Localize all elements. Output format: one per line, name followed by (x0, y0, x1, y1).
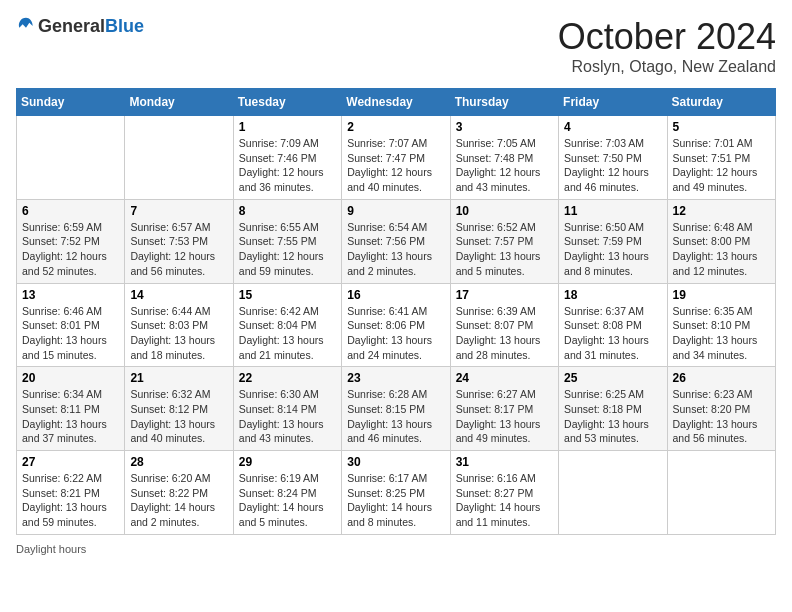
week-row-2: 6Sunrise: 6:59 AMSunset: 7:52 PMDaylight… (17, 199, 776, 283)
day-number: 21 (130, 371, 227, 385)
day-info: Sunrise: 6:35 AMSunset: 8:10 PMDaylight:… (673, 305, 758, 361)
day-number: 25 (564, 371, 661, 385)
day-number: 28 (130, 455, 227, 469)
calendar-table: SundayMondayTuesdayWednesdayThursdayFrid… (16, 88, 776, 535)
calendar-cell: 3Sunrise: 7:05 AMSunset: 7:48 PMDaylight… (450, 116, 558, 200)
day-info: Sunrise: 6:39 AMSunset: 8:07 PMDaylight:… (456, 305, 541, 361)
day-info: Sunrise: 6:54 AMSunset: 7:56 PMDaylight:… (347, 221, 432, 277)
day-info: Sunrise: 6:22 AMSunset: 8:21 PMDaylight:… (22, 472, 107, 528)
day-number: 7 (130, 204, 227, 218)
weekday-header-sunday: Sunday (17, 89, 125, 116)
day-number: 14 (130, 288, 227, 302)
calendar-cell: 9Sunrise: 6:54 AMSunset: 7:56 PMDaylight… (342, 199, 450, 283)
logo-text-general: General (38, 16, 105, 36)
day-info: Sunrise: 7:07 AMSunset: 7:47 PMDaylight:… (347, 137, 432, 193)
calendar-cell: 29Sunrise: 6:19 AMSunset: 8:24 PMDayligh… (233, 451, 341, 535)
day-number: 9 (347, 204, 444, 218)
calendar-cell: 14Sunrise: 6:44 AMSunset: 8:03 PMDayligh… (125, 283, 233, 367)
calendar-cell: 23Sunrise: 6:28 AMSunset: 8:15 PMDayligh… (342, 367, 450, 451)
calendar-cell: 31Sunrise: 6:16 AMSunset: 8:27 PMDayligh… (450, 451, 558, 535)
day-number: 16 (347, 288, 444, 302)
day-number: 2 (347, 120, 444, 134)
day-info: Sunrise: 6:32 AMSunset: 8:12 PMDaylight:… (130, 388, 215, 444)
calendar-cell: 10Sunrise: 6:52 AMSunset: 7:57 PMDayligh… (450, 199, 558, 283)
day-number: 4 (564, 120, 661, 134)
day-info: Sunrise: 6:28 AMSunset: 8:15 PMDaylight:… (347, 388, 432, 444)
calendar-cell: 22Sunrise: 6:30 AMSunset: 8:14 PMDayligh… (233, 367, 341, 451)
logo-text-blue: Blue (105, 16, 144, 36)
calendar-cell: 12Sunrise: 6:48 AMSunset: 8:00 PMDayligh… (667, 199, 775, 283)
calendar-cell: 19Sunrise: 6:35 AMSunset: 8:10 PMDayligh… (667, 283, 775, 367)
day-info: Sunrise: 6:48 AMSunset: 8:00 PMDaylight:… (673, 221, 758, 277)
calendar-cell: 27Sunrise: 6:22 AMSunset: 8:21 PMDayligh… (17, 451, 125, 535)
location-title: Roslyn, Otago, New Zealand (558, 58, 776, 76)
day-number: 13 (22, 288, 119, 302)
logo-icon (16, 16, 36, 36)
day-info: Sunrise: 7:01 AMSunset: 7:51 PMDaylight:… (673, 137, 758, 193)
day-number: 10 (456, 204, 553, 218)
day-number: 24 (456, 371, 553, 385)
day-number: 5 (673, 120, 770, 134)
day-info: Sunrise: 6:44 AMSunset: 8:03 PMDaylight:… (130, 305, 215, 361)
day-number: 22 (239, 371, 336, 385)
calendar-cell: 5Sunrise: 7:01 AMSunset: 7:51 PMDaylight… (667, 116, 775, 200)
day-info: Sunrise: 6:20 AMSunset: 8:22 PMDaylight:… (130, 472, 215, 528)
day-number: 11 (564, 204, 661, 218)
day-number: 26 (673, 371, 770, 385)
calendar-cell (17, 116, 125, 200)
weekday-header-friday: Friday (559, 89, 667, 116)
day-info: Sunrise: 6:34 AMSunset: 8:11 PMDaylight:… (22, 388, 107, 444)
weekday-header-monday: Monday (125, 89, 233, 116)
footer-note: Daylight hours (16, 543, 776, 555)
week-row-4: 20Sunrise: 6:34 AMSunset: 8:11 PMDayligh… (17, 367, 776, 451)
calendar-cell: 7Sunrise: 6:57 AMSunset: 7:53 PMDaylight… (125, 199, 233, 283)
calendar-cell: 26Sunrise: 6:23 AMSunset: 8:20 PMDayligh… (667, 367, 775, 451)
day-number: 8 (239, 204, 336, 218)
day-number: 27 (22, 455, 119, 469)
day-info: Sunrise: 6:30 AMSunset: 8:14 PMDaylight:… (239, 388, 324, 444)
day-info: Sunrise: 6:16 AMSunset: 8:27 PMDaylight:… (456, 472, 541, 528)
day-number: 29 (239, 455, 336, 469)
day-number: 30 (347, 455, 444, 469)
calendar-cell: 2Sunrise: 7:07 AMSunset: 7:47 PMDaylight… (342, 116, 450, 200)
day-number: 19 (673, 288, 770, 302)
page-header: GeneralBlue October 2024 Roslyn, Otago, … (16, 16, 776, 76)
calendar-cell: 21Sunrise: 6:32 AMSunset: 8:12 PMDayligh… (125, 367, 233, 451)
day-info: Sunrise: 6:41 AMSunset: 8:06 PMDaylight:… (347, 305, 432, 361)
day-number: 15 (239, 288, 336, 302)
calendar-cell: 16Sunrise: 6:41 AMSunset: 8:06 PMDayligh… (342, 283, 450, 367)
weekday-header-saturday: Saturday (667, 89, 775, 116)
weekday-header-row: SundayMondayTuesdayWednesdayThursdayFrid… (17, 89, 776, 116)
week-row-5: 27Sunrise: 6:22 AMSunset: 8:21 PMDayligh… (17, 451, 776, 535)
calendar-cell: 17Sunrise: 6:39 AMSunset: 8:07 PMDayligh… (450, 283, 558, 367)
day-info: Sunrise: 7:03 AMSunset: 7:50 PMDaylight:… (564, 137, 649, 193)
day-info: Sunrise: 6:50 AMSunset: 7:59 PMDaylight:… (564, 221, 649, 277)
calendar-cell: 24Sunrise: 6:27 AMSunset: 8:17 PMDayligh… (450, 367, 558, 451)
calendar-cell: 30Sunrise: 6:17 AMSunset: 8:25 PMDayligh… (342, 451, 450, 535)
daylight-label: Daylight hours (16, 543, 86, 555)
day-number: 18 (564, 288, 661, 302)
day-info: Sunrise: 6:17 AMSunset: 8:25 PMDaylight:… (347, 472, 432, 528)
calendar-cell: 13Sunrise: 6:46 AMSunset: 8:01 PMDayligh… (17, 283, 125, 367)
day-number: 23 (347, 371, 444, 385)
day-number: 1 (239, 120, 336, 134)
title-block: October 2024 Roslyn, Otago, New Zealand (558, 16, 776, 76)
day-info: Sunrise: 6:42 AMSunset: 8:04 PMDaylight:… (239, 305, 324, 361)
day-number: 20 (22, 371, 119, 385)
calendar-cell: 4Sunrise: 7:03 AMSunset: 7:50 PMDaylight… (559, 116, 667, 200)
calendar-cell: 28Sunrise: 6:20 AMSunset: 8:22 PMDayligh… (125, 451, 233, 535)
calendar-cell (667, 451, 775, 535)
day-number: 6 (22, 204, 119, 218)
calendar-cell (125, 116, 233, 200)
day-info: Sunrise: 6:59 AMSunset: 7:52 PMDaylight:… (22, 221, 107, 277)
calendar-cell: 11Sunrise: 6:50 AMSunset: 7:59 PMDayligh… (559, 199, 667, 283)
weekday-header-thursday: Thursday (450, 89, 558, 116)
day-info: Sunrise: 6:37 AMSunset: 8:08 PMDaylight:… (564, 305, 649, 361)
week-row-3: 13Sunrise: 6:46 AMSunset: 8:01 PMDayligh… (17, 283, 776, 367)
day-info: Sunrise: 6:55 AMSunset: 7:55 PMDaylight:… (239, 221, 324, 277)
day-info: Sunrise: 7:05 AMSunset: 7:48 PMDaylight:… (456, 137, 541, 193)
day-info: Sunrise: 6:57 AMSunset: 7:53 PMDaylight:… (130, 221, 215, 277)
calendar-cell: 1Sunrise: 7:09 AMSunset: 7:46 PMDaylight… (233, 116, 341, 200)
day-info: Sunrise: 6:46 AMSunset: 8:01 PMDaylight:… (22, 305, 107, 361)
calendar-cell: 6Sunrise: 6:59 AMSunset: 7:52 PMDaylight… (17, 199, 125, 283)
